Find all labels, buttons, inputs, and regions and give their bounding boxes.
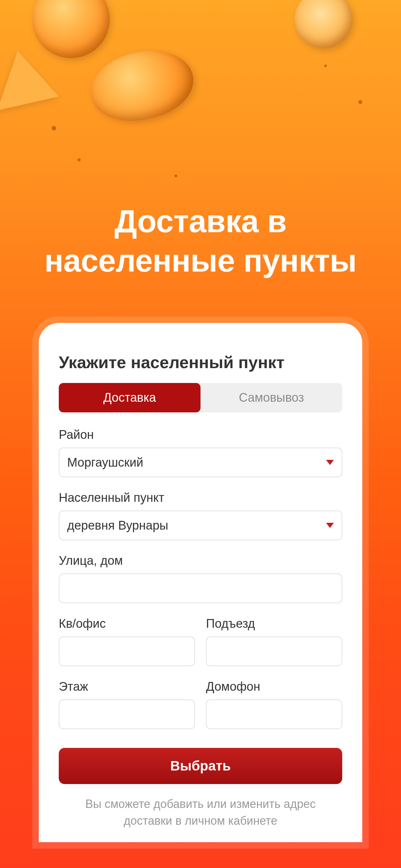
intercom-label: Домофон: [206, 680, 342, 693]
submit-button[interactable]: Выбрать: [59, 748, 342, 784]
seed-decor-icon: [359, 100, 362, 104]
seed-decor-icon: [78, 158, 81, 161]
orange-decor-icon: [85, 42, 200, 129]
orange-wedge-icon: [0, 51, 59, 133]
entrance-label: Подъезд: [206, 617, 342, 631]
submit-button-label: Выбрать: [170, 758, 231, 773]
tab-delivery[interactable]: Доставка: [59, 383, 201, 412]
district-selected-value: Моргаушский: [67, 456, 143, 469]
apt-label: Кв/офис: [59, 617, 195, 631]
entrance-input[interactable]: [206, 637, 342, 666]
address-hint-text: Вы сможете добавить или изменить адрес д…: [59, 796, 342, 829]
floor-input[interactable]: [59, 700, 195, 729]
floor-label: Этаж: [59, 680, 195, 693]
seed-decor-icon: [174, 175, 177, 177]
seed-decor-icon: [52, 126, 56, 130]
hero-title: Доставка в населенные пункты: [0, 202, 401, 280]
hero-background-decor: [0, 0, 401, 194]
tab-pickup[interactable]: Самовывоз: [201, 383, 342, 412]
district-label: Район: [59, 428, 342, 442]
tab-pickup-label: Самовывоз: [239, 391, 304, 404]
chevron-down-icon: [326, 460, 334, 465]
tab-delivery-label: Доставка: [103, 391, 156, 404]
locality-label: Населенный пункт: [59, 491, 342, 505]
locality-select[interactable]: деревня Вурнары: [59, 510, 342, 540]
street-label: Улица, дом: [59, 554, 342, 568]
orange-decor-icon: [32, 0, 110, 58]
delivery-mode-tabs: Доставка Самовывоз: [59, 383, 342, 412]
orange-decor-icon: [295, 0, 352, 49]
street-input[interactable]: [59, 574, 342, 603]
intercom-input[interactable]: [206, 700, 342, 729]
district-select[interactable]: Моргаушский: [59, 447, 342, 477]
seed-decor-icon: [324, 65, 327, 67]
locality-selected-value: деревня Вурнары: [67, 519, 168, 532]
address-card: Укажите населенный пункт Доставка Самовы…: [39, 323, 362, 842]
card-title: Укажите населенный пункт: [59, 352, 342, 372]
chevron-down-icon: [326, 523, 334, 528]
apt-input[interactable]: [59, 637, 195, 666]
